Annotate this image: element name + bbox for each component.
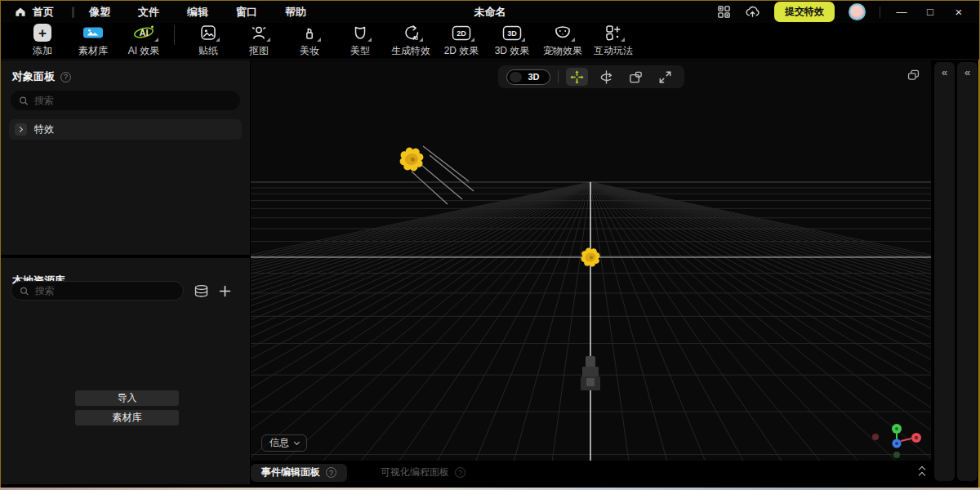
mode-3d-toggle[interactable]: 3D	[506, 69, 550, 85]
dropdown-corner	[521, 38, 525, 42]
toolbar-sticker[interactable]: 贴纸	[183, 24, 234, 58]
collapse-left-icon: «	[942, 66, 947, 78]
fullscreen-tool-button[interactable]	[654, 68, 676, 86]
svg-text:2D: 2D	[457, 29, 466, 38]
import-button[interactable]: 导入	[75, 390, 179, 406]
toolbar-generate-effects[interactable]: AI 生成特效	[385, 24, 436, 58]
orientation-gizmo[interactable]	[872, 424, 921, 458]
sticker-icon	[200, 24, 216, 41]
flower-trails-sprite[interactable]	[397, 145, 474, 204]
scale-tool-button[interactable]	[625, 68, 647, 86]
generate-effects-icon: AI	[402, 24, 420, 42]
tab-visual-programming[interactable]: 可视化编程面板 ?	[370, 464, 476, 482]
dropdown-corner	[470, 38, 474, 42]
flower-center-sprite[interactable]	[579, 246, 603, 270]
move-tool-button[interactable]	[566, 68, 588, 86]
collapsed-panel-preview[interactable]: «	[957, 62, 978, 481]
titlebar-right: 提交特效 — □ ×	[717, 2, 966, 22]
chevron-up-icon	[919, 472, 925, 479]
chevron-down-icon	[294, 439, 300, 444]
titlebar: 首页 像塑 文件 编辑 窗口 帮助 未命名 提交特效 — □	[1, 1, 979, 23]
dropdown-corner	[571, 38, 575, 42]
menu-file[interactable]: 文件	[138, 5, 159, 20]
help-icon[interactable]: ?	[60, 72, 71, 82]
pet-effects-icon	[554, 25, 572, 41]
expand-bottom-panel-button[interactable]	[920, 467, 924, 478]
toolbar-cutout[interactable]: 抠图	[234, 24, 284, 58]
info-dropdown-button[interactable]: 信息	[261, 434, 307, 452]
expand-icon	[657, 69, 673, 85]
chevron-right-icon[interactable]	[15, 123, 27, 136]
interactive-play-icon	[605, 24, 621, 41]
submit-effect-button[interactable]: 提交特效	[774, 2, 835, 22]
help-icon[interactable]: ?	[455, 467, 466, 478]
menu-window[interactable]: 窗口	[236, 5, 257, 20]
svg-text:AI: AI	[140, 28, 149, 38]
menubar: 像塑 文件 编辑 窗口 帮助	[89, 5, 306, 20]
toolbar-add[interactable]: + 添加	[17, 24, 68, 58]
plus-icon	[219, 285, 231, 297]
rotate-tool-button[interactable]	[595, 68, 617, 86]
toolbar-ai-effects[interactable]: AI AI 效果	[118, 24, 169, 58]
toolbar-material-library[interactable]: 素材库	[68, 24, 118, 58]
object-search[interactable]	[11, 91, 240, 110]
titlebar-separator	[880, 7, 880, 18]
tab-event-editor[interactable]: 事件编辑面板 ?	[251, 464, 347, 482]
collapsed-panel-inspector[interactable]: «	[934, 62, 955, 481]
help-icon[interactable]: ?	[326, 467, 336, 478]
local-library-search-input[interactable]	[35, 285, 175, 296]
panel-divider	[1, 255, 250, 258]
scene-viewport[interactable]: 3D	[251, 60, 931, 461]
add-resource-button[interactable]	[219, 285, 231, 297]
ai-effects-icon: AI	[132, 24, 155, 42]
close-button[interactable]: ×	[951, 5, 966, 19]
toolbar-interactive-play[interactable]: 互动玩法	[588, 24, 639, 58]
cloud-upload-icon[interactable]	[745, 5, 760, 19]
dropdown-corner	[266, 38, 270, 42]
minimize-button[interactable]: —	[894, 6, 909, 18]
rotate-icon	[599, 69, 614, 85]
tree-item-effects[interactable]: 特效	[9, 119, 242, 140]
svg-text:3D: 3D	[507, 29, 517, 38]
toolbar-reshape[interactable]: 美型	[335, 24, 385, 58]
object-search-input[interactable]	[34, 95, 232, 106]
home-label: 首页	[33, 5, 54, 20]
material-library-icon	[82, 24, 104, 41]
search-icon	[20, 286, 29, 296]
menu-app[interactable]: 像塑	[89, 5, 110, 20]
move-icon	[569, 69, 585, 85]
viewport-toolbar-separator	[558, 70, 559, 83]
multiview-icon	[906, 68, 920, 82]
user-avatar[interactable]	[849, 3, 866, 20]
dropdown-corner	[317, 38, 321, 42]
viewport-toolbar: 3D	[498, 65, 684, 88]
toolbar-3d-effects[interactable]: 3D 3D 效果	[487, 24, 537, 58]
camera-object[interactable]	[581, 356, 600, 390]
home-icon	[14, 6, 27, 19]
apps-grid-icon[interactable]	[717, 5, 731, 19]
home-button[interactable]: 首页	[14, 5, 54, 20]
object-panel-header: 对象面板 ?	[1, 60, 250, 90]
stack-filter-button[interactable]	[194, 284, 209, 298]
maximize-button[interactable]: □	[923, 6, 938, 18]
cutout-icon	[251, 24, 267, 41]
local-library-search[interactable]	[11, 281, 184, 301]
toolbar-makeup[interactable]: 美妆	[284, 24, 335, 58]
menu-edit[interactable]: 编辑	[187, 5, 208, 20]
object-panel-title: 对象面板	[12, 69, 55, 84]
document-title: 未命名	[474, 5, 506, 20]
material-library-button[interactable]: 素材库	[75, 410, 179, 425]
bottom-panel-bar: 事件编辑面板 ? 可视化编程面板 ?	[251, 463, 931, 482]
toolbar-pet-effects[interactable]: 宠物效果	[537, 24, 588, 58]
effects-3d-icon: 3D	[502, 25, 522, 41]
layers-stack-icon	[194, 284, 209, 298]
multiview-button[interactable]	[906, 68, 920, 85]
app-window: 首页 像塑 文件 编辑 窗口 帮助 未命名 提交特效 — □	[0, 0, 980, 490]
collapse-left-icon: «	[964, 66, 970, 78]
menu-help[interactable]: 帮助	[285, 5, 306, 20]
plus-icon: +	[33, 24, 51, 42]
toolbar-2d-effects[interactable]: 2D 2D 效果	[436, 24, 487, 58]
dropdown-corner	[419, 38, 423, 42]
scale-icon	[628, 69, 644, 85]
local-library-controls	[11, 281, 243, 301]
